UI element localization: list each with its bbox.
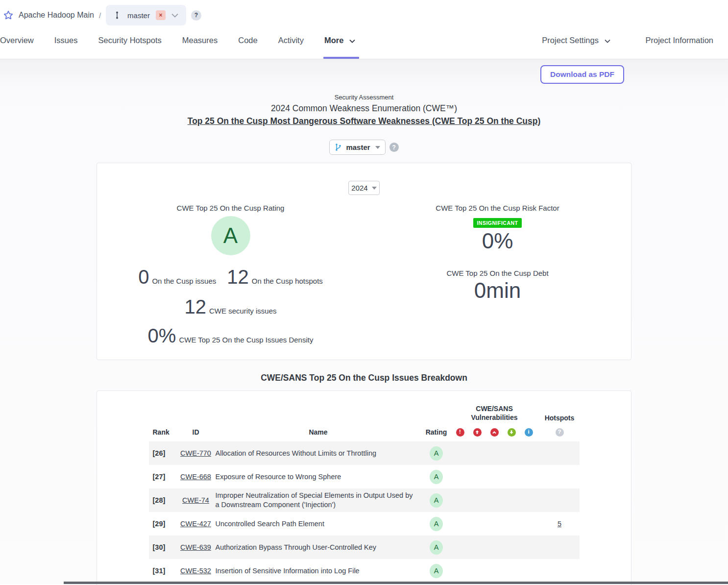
- report-subtitle: 2024 Common Weakness Enumeration (CWE™): [0, 103, 728, 114]
- vulnerabilities-group-header: CWE/SANS Vulnerabilities: [452, 405, 537, 422]
- risk-factor-badge: INSIGNIFICANT: [473, 218, 521, 228]
- row-rank: [26]: [149, 449, 176, 457]
- rank-column-header: Rank: [149, 428, 176, 436]
- branch-icon: [114, 11, 121, 20]
- project-information-button[interactable]: Project Information: [646, 36, 713, 59]
- year-value: 2024: [351, 184, 367, 192]
- row-cwe-id-link[interactable]: CWE-532: [176, 566, 216, 575]
- breakdown-card: CWE/SANS Vulnerabilities Hotspots Rank I…: [97, 390, 631, 585]
- row-rank: [28]: [149, 496, 176, 504]
- row-rank: [29]: [149, 520, 176, 528]
- row-rating: A: [421, 517, 452, 531]
- row-weakness-name: Insertion of Sensitive Information into …: [216, 566, 421, 576]
- chevron-down-icon: [171, 13, 178, 18]
- row-rank: [31]: [149, 567, 176, 575]
- tab-measures[interactable]: Measures: [182, 36, 218, 59]
- risk-factor-value: 0%: [364, 229, 631, 253]
- table-row: [29] CWE-427 Uncontrolled Search Path El…: [149, 512, 580, 536]
- report-branch-help-icon[interactable]: ?: [389, 143, 399, 152]
- row-cwe-id-link[interactable]: CWE-639: [176, 543, 216, 552]
- branch-remove-badge[interactable]: ×: [156, 10, 166, 20]
- report-branch-name: master: [346, 143, 370, 151]
- hotspots-column-header: Hotspots: [537, 414, 582, 422]
- report-branch-select[interactable]: master: [329, 140, 385, 155]
- row-cwe-id-link[interactable]: CWE-770: [176, 449, 216, 458]
- minor-severity-icon: [503, 428, 520, 437]
- report-kicker: Security Assessment: [0, 94, 728, 101]
- report-title: Top 25 On the Cusp Most Dangerous Softwa…: [0, 116, 728, 126]
- tab-activity[interactable]: Activity: [278, 36, 304, 59]
- breadcrumb: Apache Hadoop Main / master × ?: [0, 0, 728, 28]
- row-cwe-id-link[interactable]: CWE-74: [176, 496, 216, 505]
- breakdown-table: CWE/SANS Vulnerabilities Hotspots Rank I…: [149, 405, 580, 583]
- rating-column: CWE Top 25 On the Cusp Rating A 0 On the…: [97, 204, 364, 347]
- rating-label: CWE Top 25 On the Cusp Rating: [97, 204, 364, 212]
- row-weakness-name: Exposure of Resource to Wrong Sphere: [216, 472, 421, 482]
- dropdown-arrow-icon: [375, 146, 380, 149]
- favorite-star-icon[interactable]: [3, 10, 14, 21]
- branch-help-icon[interactable]: ?: [191, 10, 201, 21]
- row-cwe-id-link[interactable]: CWE-427: [176, 519, 216, 528]
- row-rating: A: [421, 540, 452, 555]
- tab-issues[interactable]: Issues: [54, 36, 78, 59]
- download-pdf-button[interactable]: Download as PDF: [540, 65, 624, 84]
- row-cwe-id-link[interactable]: CWE-668: [176, 472, 216, 481]
- row-rating: A: [421, 470, 452, 484]
- hotspots-help-icon[interactable]: ?: [537, 428, 582, 437]
- report-content: Download as PDF Security Assessment 2024…: [0, 59, 728, 584]
- table-group-header: CWE/SANS Vulnerabilities Hotspots: [149, 405, 580, 422]
- info-severity-icon: i: [520, 428, 537, 437]
- rating-column-header: Rating: [421, 428, 452, 436]
- chevron-down-icon: [349, 36, 355, 45]
- tab-more[interactable]: More: [324, 36, 355, 59]
- table-body: [26] CWE-770 Allocation of Resources Wit…: [149, 441, 580, 583]
- project-nav: Overview Issues Security Hotspots Measur…: [0, 28, 728, 59]
- breadcrumb-separator: /: [99, 11, 101, 20]
- project-settings-menu[interactable]: Project Settings: [542, 36, 610, 59]
- row-hotspots-link[interactable]: 5: [537, 520, 582, 528]
- rating-grade-badge: A: [211, 216, 250, 255]
- risk-column: CWE Top 25 On the Cusp Risk Factor INSIG…: [364, 204, 631, 347]
- tab-overview[interactable]: Overview: [0, 36, 34, 59]
- table-row: [31] CWE-532 Insertion of Sensitive Info…: [149, 559, 580, 583]
- cusp-hotspots-stat: 12 On the Cusp hotspots: [227, 266, 323, 288]
- id-column-header: ID: [176, 428, 216, 436]
- table-row: [27] CWE-668 Exposure of Resource to Wro…: [149, 465, 580, 488]
- debt-label: CWE Top 25 On the Cusp Debt: [364, 269, 631, 277]
- row-rating: A: [421, 446, 452, 461]
- row-rank: [30]: [149, 543, 176, 551]
- table-row: [30] CWE-639 Authorization Bypass Throug…: [149, 536, 580, 559]
- risk-factor-label: CWE Top 25 On the Cusp Risk Factor: [364, 204, 631, 212]
- tab-security-hotspots[interactable]: Security Hotspots: [98, 36, 161, 59]
- row-rank: [27]: [149, 473, 176, 481]
- top-chrome: Apache Hadoop Main / master × ? Overview…: [0, 0, 728, 59]
- branch-selector-pill[interactable]: master ×: [106, 5, 186, 25]
- row-weakness-name: Uncontrolled Search Path Element: [216, 519, 421, 529]
- bottom-scroll-bar[interactable]: [64, 582, 728, 584]
- name-column-header: Name: [216, 428, 421, 436]
- breakdown-section-title: CWE/SANS Top 25 On the Cusp Issues Break…: [0, 373, 728, 383]
- row-weakness-name: Allocation of Resources Without Limits o…: [216, 449, 421, 458]
- table-row: [26] CWE-770 Allocation of Resources Wit…: [149, 441, 580, 465]
- row-rating: A: [421, 564, 452, 578]
- tab-code[interactable]: Code: [238, 36, 257, 59]
- issues-density-stat: 0% CWE Top 25 On the Cusp Issues Density: [97, 325, 364, 347]
- project-name-link[interactable]: Apache Hadoop Main: [19, 11, 94, 20]
- debt-value: 0min: [364, 278, 631, 303]
- summary-card: 2024 CWE Top 25 On the Cusp Rating A 0 O…: [97, 163, 631, 360]
- row-weakness-name: Authorization Bypass Through User-Contro…: [216, 543, 421, 552]
- critical-severity-icon: [469, 428, 486, 437]
- cwe-security-issues-stat: 12 CWE security issues: [97, 296, 364, 318]
- row-rating: A: [421, 493, 452, 508]
- table-row: [28] CWE-74 Improper Neutralization of S…: [149, 488, 580, 512]
- major-severity-icon: [486, 428, 503, 437]
- chevron-down-icon: [605, 36, 610, 45]
- blocker-severity-icon: !: [452, 428, 469, 437]
- row-weakness-name: Improper Neutralization of Special Eleme…: [216, 491, 421, 510]
- table-header-row: Rank ID Name Rating ! i ?: [149, 423, 580, 441]
- year-select[interactable]: 2024: [348, 181, 380, 195]
- dropdown-arrow-icon: [372, 187, 377, 190]
- cusp-issues-stat: 0 On the Cusp issues: [138, 266, 216, 288]
- branch-icon: [335, 143, 342, 151]
- branch-name: master: [127, 11, 150, 20]
